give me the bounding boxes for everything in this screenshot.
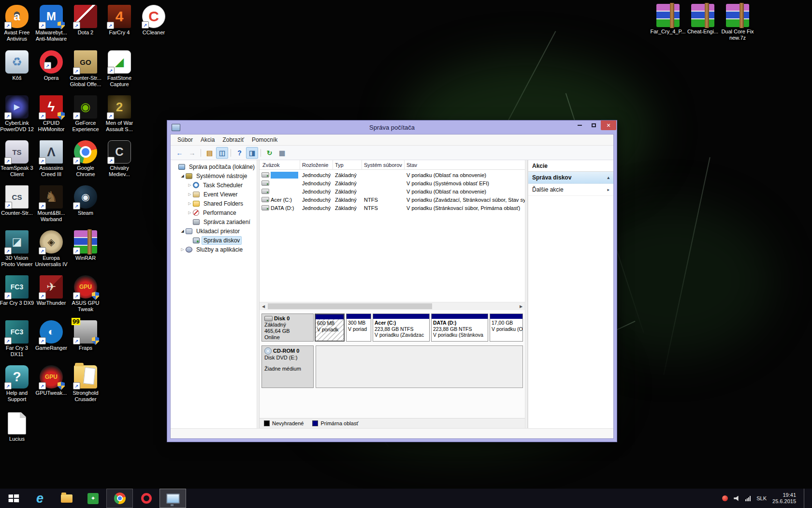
tree-item-label: Performance	[201, 209, 238, 217]
partition-4[interactable]: DATA (D:)223,88 GB NTFSV poriadku (Strán…	[431, 314, 488, 342]
column-header-3[interactable]: Typ	[333, 160, 362, 169]
volume-icon[interactable]	[734, 496, 740, 501]
tree-task-scheduler[interactable]: ▷Task Scheduler	[171, 180, 257, 190]
language-indicator[interactable]: SLK	[756, 495, 767, 501]
tray-red-icon[interactable]	[722, 495, 728, 501]
partition-label: DATA (D:)	[433, 320, 486, 326]
tree-sprava-pocitaca[interactable]: Správa počítača (lokálne)	[171, 162, 257, 171]
column-header-2[interactable]: Rozloženie	[300, 160, 333, 169]
desktop-icon-fraps[interactable]: 99↗Fraps	[64, 320, 107, 351]
shortcut-arrow-icon: ↗	[39, 337, 46, 344]
export-list-button[interactable]: ▤	[203, 147, 216, 159]
tree-event-viewer[interactable]: ▷Event Viewer	[171, 190, 257, 199]
disk0-header[interactable]: Disk 0 Základný 465,64 GB Online	[261, 314, 314, 342]
desktop-icon-stronghold-crusader[interactable]: ↗Stronghold Crusader	[64, 365, 107, 403]
network-icon[interactable]	[745, 496, 751, 501]
tree-sluzby-a-aplikacie[interactable]: ▷Služby a aplikácie	[171, 245, 257, 254]
computer-management-icon	[166, 493, 180, 504]
desktop-icon-ccleaner[interactable]: C↗CCleaner	[132, 5, 175, 36]
menu-subor[interactable]: Súbor	[174, 136, 197, 143]
desktop-icon-label: Steam	[78, 210, 93, 216]
diskmgmt-icon	[193, 238, 200, 243]
column-header-4[interactable]: Systém súborov	[362, 160, 405, 169]
desktop-icon-label: Avast Free Antivirus	[4, 30, 30, 42]
minimize-button[interactable]	[573, 120, 587, 130]
column-header-5[interactable]: Stav	[405, 160, 525, 169]
taskbar-file-explorer[interactable]	[53, 489, 80, 508]
volume-row-4[interactable]: Acer (C:)JednoduchýZákladnýNTFSV poriadk…	[261, 195, 525, 204]
cdrom-media-area[interactable]	[316, 345, 523, 388]
window-titlebar[interactable]: Správa počítača ×	[167, 120, 617, 134]
scroll-right-arrow[interactable]: ▶	[517, 304, 525, 309]
desktop-icon-steam[interactable]: ◉↗Steam	[64, 185, 107, 216]
maximize-button[interactable]	[587, 120, 601, 130]
tree-ukladaci-priestor[interactable]: ◢Ukladací priestor	[171, 226, 257, 236]
volume-row-5[interactable]: DATA (D:)JednoduchýZákladnýNTFSV poriadk…	[261, 204, 525, 212]
chevron-up-icon[interactable]: ▴	[607, 175, 609, 180]
partition-2[interactable]: 300 MBV poriad	[346, 314, 371, 342]
scrollbar-thumb[interactable]	[268, 303, 432, 309]
menu-akcia[interactable]: Akcia	[197, 136, 218, 143]
expand-expander-icon[interactable]: ▷	[187, 201, 192, 206]
partition-1[interactable]: 600 MBV poriadk	[315, 314, 345, 342]
actions-more-actions[interactable]: Ďalšie akcie ▸	[528, 184, 613, 196]
shared-icon	[193, 201, 200, 207]
taskbar-computer-management[interactable]	[160, 489, 186, 508]
expand-expander-icon[interactable]: ▷	[180, 247, 185, 252]
desktop-icon-winrar[interactable]: ↗WinRAR	[64, 230, 107, 261]
rescan-disks-button[interactable]: ▦	[276, 147, 288, 159]
tree-systemove-nastroje[interactable]: ◢Systémové nástroje	[171, 171, 257, 180]
collapse-expander-icon[interactable]: ◢	[180, 229, 185, 233]
partition-5[interactable]: 17,00 GBV poriadku (Obla	[490, 314, 523, 342]
start-button[interactable]	[0, 489, 27, 508]
shortcut-arrow-icon: ↗	[39, 292, 46, 299]
cdrom-name: CD-ROM 0	[273, 348, 299, 354]
volume-row-3[interactable]: JednoduchýZákladnýV poriadku (Oblasť na …	[261, 187, 525, 195]
desktop-icon-lucius[interactable]: Lucius	[0, 412, 39, 442]
shortcut-arrow-icon: ↗	[73, 157, 80, 164]
taskbar-opera[interactable]	[133, 489, 160, 508]
chevron-right-icon[interactable]: ▸	[607, 187, 609, 192]
expand-expander-icon[interactable]: ▷	[187, 210, 192, 215]
desktop-icon-men-of-war-assault-squad[interactable]: 2↗Men of War Assault S...	[98, 95, 141, 133]
cdrom-header[interactable]: CD-ROM 0 Disk DVD (E:) Žiadne médium	[261, 345, 314, 388]
tree-sprava-diskov[interactable]: Správa diskov	[171, 236, 257, 245]
show-desktop-button[interactable]	[804, 489, 808, 508]
desktop-icon-label: Assassins Creed III	[39, 165, 63, 178]
desktop-icon-chivalry-medieval-warfare[interactable]: C↗Chivalry Mediev...	[98, 140, 141, 178]
volume-row-1[interactable]: JednoduchýZákladnýV poriadku (Oblasť na …	[261, 171, 525, 179]
forward-button[interactable]: →	[186, 147, 198, 159]
desktop-icon-faststone-capture[interactable]: ◢↗FastStone Capture	[98, 50, 141, 88]
tree-performance[interactable]: ▷Performance	[171, 208, 257, 217]
actions-section-disk-management[interactable]: Správa diskov ▴	[528, 172, 613, 184]
cd-icon	[264, 347, 272, 355]
show-console-tree-button[interactable]: ◫	[216, 147, 228, 159]
help-button[interactable]: ?	[233, 147, 246, 159]
expand-expander-icon[interactable]: ▷	[187, 183, 192, 187]
expand-expander-icon[interactable]: ▷	[187, 192, 192, 196]
partition-3[interactable]: Acer (C:)223,88 GB NTFSV poriadku (Zavád…	[373, 314, 430, 342]
taskbar-green-app[interactable]: ✦	[80, 489, 106, 508]
back-button[interactable]: ←	[174, 147, 186, 159]
shortcut-arrow-icon: ↗	[4, 382, 12, 389]
scroll-left-arrow[interactable]: ◀	[260, 304, 267, 309]
collapse-expander-icon[interactable]: ◢	[180, 174, 185, 178]
tree-spravca-zariadeni[interactable]: Správca zariadení	[171, 217, 257, 226]
desktop-icon-dual-core-fix-archive[interactable]: Dual Core Fix new.7z	[716, 4, 759, 41]
tree-shared-folders[interactable]: ▷Shared Folders	[171, 199, 257, 208]
volume-row-2[interactable]: JednoduchýZákladnýV poriadku (Systémová …	[261, 179, 525, 187]
menu-zobrazit[interactable]: Zobraziť	[218, 136, 248, 143]
taskbar-google-chrome[interactable]	[106, 489, 133, 508]
menu-pomocnik[interactable]: Pomocník	[248, 136, 281, 143]
desktop-icon-asus-gpu-tweak[interactable]: GPU↗ASUS GPU Tweak	[64, 275, 107, 313]
close-button[interactable]: ×	[601, 120, 616, 130]
tree-item-label: Shared Folders	[202, 199, 245, 208]
column-header-1[interactable]: Zväzok	[261, 160, 300, 169]
show-action-pane-button[interactable]: ◨	[246, 147, 258, 159]
refresh-button[interactable]: ↻	[263, 147, 276, 159]
taskbar-internet-explorer[interactable]: e	[27, 489, 53, 508]
winrar-icon: ↗	[74, 230, 97, 254]
horizontal-scrollbar[interactable]: ◀ ▶	[260, 302, 525, 310]
primary-partition-band	[347, 314, 371, 319]
clock[interactable]: 19:41 25.6.2015	[772, 492, 796, 505]
